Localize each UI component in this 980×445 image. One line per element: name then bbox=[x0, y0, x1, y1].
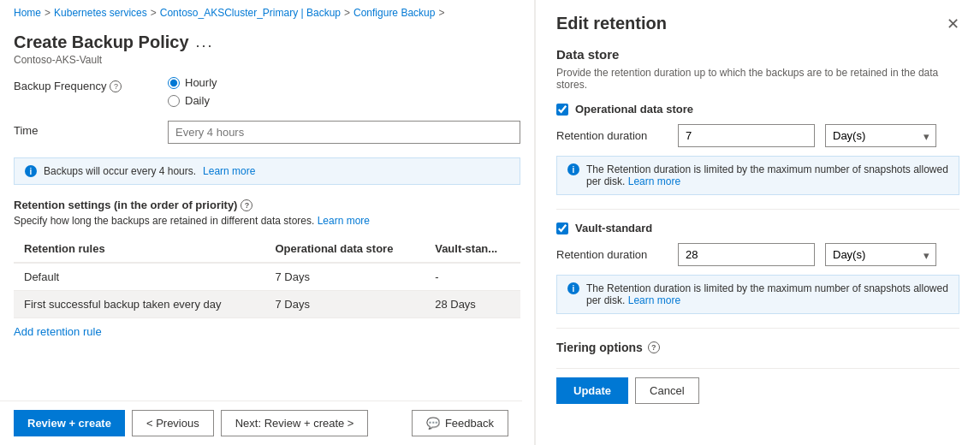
panel-bottom-bar: Update Cancel bbox=[556, 368, 959, 404]
breadcrumb: Home > Kubernetes services > Contoso_AKS… bbox=[0, 0, 534, 26]
time-control bbox=[168, 121, 520, 144]
row1-vault: - bbox=[425, 263, 520, 291]
row2-rule: First successful backup taken every day bbox=[14, 291, 264, 318]
info-text: Backups will occur every 4 hours. bbox=[44, 165, 196, 177]
daily-label: Daily bbox=[185, 94, 210, 107]
data-store-title: Data store bbox=[556, 47, 959, 62]
operational-learn-more-link[interactable]: Learn more bbox=[628, 175, 680, 187]
backup-frequency-help-icon[interactable]: ? bbox=[110, 80, 122, 92]
close-button[interactable]: ✕ bbox=[947, 15, 959, 33]
update-button[interactable]: Update bbox=[556, 377, 628, 404]
bottom-bar: Review + create < Previous Next: Review … bbox=[0, 400, 522, 445]
breadcrumb-home[interactable]: Home bbox=[14, 7, 41, 19]
retention-section-title: Retention settings (in the order of prio… bbox=[0, 199, 534, 215]
operational-checkbox[interactable] bbox=[556, 104, 568, 116]
vault-info-bar: i The Retention duration is limited by t… bbox=[556, 275, 959, 314]
operational-duration-input[interactable] bbox=[678, 124, 815, 147]
hourly-label: Hourly bbox=[185, 76, 217, 89]
divider-1 bbox=[556, 209, 959, 210]
hourly-option[interactable]: Hourly bbox=[168, 76, 520, 89]
divider-2 bbox=[556, 328, 959, 329]
ellipsis-button[interactable]: ... bbox=[196, 33, 214, 51]
operational-retention-label: Retention duration bbox=[556, 129, 668, 142]
backup-frequency-label: Backup Frequency ? bbox=[14, 76, 168, 92]
operational-info-text: The Retention duration is limited by the… bbox=[586, 163, 948, 187]
vault-unit-select-wrapper: Day(s) Week(s) Month(s) ▾ bbox=[825, 243, 936, 266]
breadcrumb-cluster[interactable]: Contoso_AKSCluster_Primary | Backup bbox=[160, 7, 341, 19]
feedback-button[interactable]: 💬 Feedback bbox=[412, 410, 508, 436]
operational-info-bar: i The Retention duration is limited by t… bbox=[556, 156, 959, 195]
feedback-icon: 💬 bbox=[426, 417, 440, 430]
frequency-radio-group: Hourly Daily bbox=[168, 76, 520, 107]
cancel-button[interactable]: Cancel bbox=[635, 377, 698, 404]
breadcrumb-sep-2: > bbox=[151, 7, 157, 19]
vault-duration-row: Retention duration Day(s) Week(s) Month(… bbox=[556, 243, 959, 266]
row1-rule: Default bbox=[14, 263, 264, 291]
daily-option[interactable]: Daily bbox=[168, 94, 520, 107]
edit-retention-panel: Edit retention ✕ Data store Provide the … bbox=[535, 0, 980, 445]
retention-table: Retention rules Operational data store V… bbox=[14, 235, 520, 318]
col-retention-rules: Retention rules bbox=[14, 235, 264, 263]
vault-learn-more-link[interactable]: Learn more bbox=[628, 294, 680, 306]
time-input[interactable] bbox=[168, 121, 520, 144]
vault-unit-select[interactable]: Day(s) Week(s) Month(s) bbox=[825, 243, 936, 266]
table-row: Default 7 Days - bbox=[14, 263, 520, 291]
learn-more-link-2[interactable]: Learn more bbox=[318, 215, 370, 227]
row1-operational: 7 Days bbox=[264, 263, 425, 291]
operational-checkbox-row: Operational data store bbox=[556, 103, 959, 116]
breadcrumb-kubernetes[interactable]: Kubernetes services bbox=[54, 7, 147, 19]
data-store-desc: Provide the retention duration up to whi… bbox=[556, 67, 959, 91]
daily-radio[interactable] bbox=[168, 95, 180, 107]
vault-info-text: The Retention duration is limited by the… bbox=[586, 282, 948, 306]
breadcrumb-sep-3: > bbox=[344, 7, 350, 19]
col-vault: Vault-stan... bbox=[425, 235, 520, 263]
time-row: Time bbox=[14, 121, 520, 144]
row2-vault: 28 Days bbox=[425, 291, 520, 318]
page-header: Create Backup Policy ... Contoso-AKS-Vau… bbox=[0, 26, 534, 76]
tiering-title: Tiering options ? bbox=[556, 341, 959, 354]
backup-frequency-row: Backup Frequency ? Hourly Daily bbox=[14, 76, 520, 107]
breadcrumb-configure[interactable]: Configure Backup bbox=[353, 7, 435, 19]
breadcrumb-sep-1: > bbox=[45, 7, 50, 19]
hourly-radio[interactable] bbox=[168, 77, 180, 89]
feedback-label: Feedback bbox=[445, 417, 494, 430]
previous-button[interactable]: < Previous bbox=[132, 410, 214, 436]
add-retention-rule-link[interactable]: Add retention rule bbox=[0, 318, 534, 345]
breadcrumb-sep-4: > bbox=[438, 7, 444, 19]
col-operational: Operational data store bbox=[264, 235, 425, 263]
vault-checkbox-row: Vault-standard bbox=[556, 222, 959, 234]
page-subtitle: Contoso-AKS-Vault bbox=[14, 54, 520, 66]
panel-header: Edit retention ✕ bbox=[556, 14, 959, 33]
vault-duration-input[interactable] bbox=[678, 243, 815, 266]
review-create-button[interactable]: Review + create bbox=[14, 410, 125, 436]
operational-info-icon: i bbox=[567, 163, 579, 175]
vault-info-icon: i bbox=[567, 282, 579, 294]
learn-more-link-1[interactable]: Learn more bbox=[203, 165, 255, 177]
vault-label: Vault-standard bbox=[575, 222, 652, 234]
table-row: First successful backup taken every day … bbox=[14, 291, 520, 318]
retention-section-desc: Specify how long the backups are retaine… bbox=[0, 215, 534, 235]
tiering-help-icon[interactable]: ? bbox=[648, 341, 660, 353]
operational-duration-row: Retention duration Day(s) Week(s) Month(… bbox=[556, 124, 959, 147]
time-label: Time bbox=[14, 121, 168, 137]
page-title: Create Backup Policy bbox=[14, 33, 189, 52]
retention-help-icon[interactable]: ? bbox=[241, 199, 252, 211]
next-button[interactable]: Next: Review + create > bbox=[221, 410, 369, 436]
operational-unit-select[interactable]: Day(s) Week(s) Month(s) bbox=[825, 124, 936, 147]
vault-checkbox[interactable] bbox=[556, 222, 568, 234]
operational-unit-select-wrapper: Day(s) Week(s) Month(s) ▾ bbox=[825, 124, 936, 147]
row2-operational: 7 Days bbox=[264, 291, 425, 318]
panel-title: Edit retention bbox=[556, 14, 667, 33]
backup-info-bar: i Backups will occur every 4 hours. Lear… bbox=[14, 157, 520, 185]
vault-retention-label: Retention duration bbox=[556, 248, 668, 261]
operational-label: Operational data store bbox=[575, 103, 693, 116]
info-icon: i bbox=[25, 165, 37, 177]
